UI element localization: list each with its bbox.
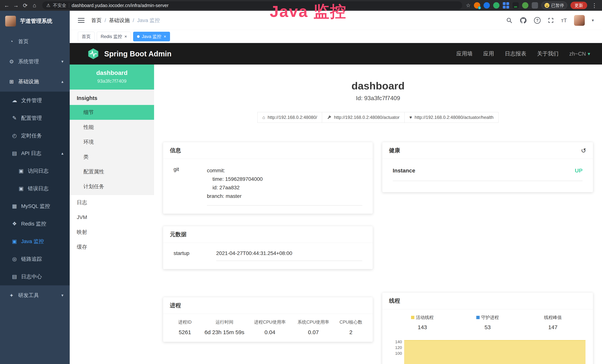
sidebar-item-java-monitor[interactable]: ▣ Java 监控 <box>0 233 70 250</box>
startup-label: startup <box>173 250 216 261</box>
home-icon[interactable]: ⌂ <box>30 2 39 9</box>
tab-home[interactable]: 首页 <box>78 32 95 41</box>
sba-item-scheduled[interactable]: 计划任务 <box>70 179 154 194</box>
actuator-url-link[interactable]: http://192.168.0.2:48080/actuator <box>322 112 405 123</box>
sba-item-caches[interactable]: 缓存 <box>70 240 154 254</box>
sba-item-jvm[interactable]: JVM <box>70 210 154 225</box>
sidebar-item-log-center[interactable]: ▤ 日志中心 <box>0 268 70 285</box>
health-url-link[interactable]: ♥ http://192.168.0.2:48080/actuator/heal… <box>404 112 499 123</box>
sidebar-item-label: 错误日志 <box>28 185 49 192</box>
security-label: 不安全 <box>53 2 66 8</box>
extension-switch-on-icon[interactable]: on <box>512 2 519 9</box>
sidebar-item-redis-monitor[interactable]: ❖ Redis 监控 <box>0 215 70 233</box>
legend-label: 守护进程 <box>481 314 499 321</box>
health-card-body: Instance UP <box>382 159 593 192</box>
tab-label: 首页 <box>82 33 91 40</box>
back-icon[interactable]: ← <box>3 2 11 9</box>
extension-green-icon[interactable] <box>493 2 499 9</box>
threads-chart-plot <box>404 339 585 364</box>
history-icon[interactable]: ↺ <box>581 147 586 154</box>
extension-dark-icon[interactable] <box>532 2 538 9</box>
sidebar-item-scheduled-tasks[interactable]: ◴ 定时任务 <box>0 127 70 144</box>
startup-value: 2021-04-27T00:44:31.254+08:00 <box>216 250 362 261</box>
sba-app-header: dashboard 93a3fc7f7409 <box>70 64 154 90</box>
chrome-update-button[interactable]: 更新 <box>570 2 587 9</box>
reload-icon[interactable]: ⟳ <box>21 2 29 9</box>
address-bar[interactable]: ⚠ 不安全 dashboard.yudao.iocoder.cn/infra/a… <box>42 1 462 10</box>
avatar-caret-icon[interactable]: ▾ <box>592 18 594 23</box>
sidebar-item-home[interactable]: ◔ 首页 <box>0 32 70 52</box>
sba-language-select[interactable]: zh~CN ▾ <box>569 51 590 57</box>
extension-leaf-icon[interactable] <box>522 2 528 9</box>
user-avatar[interactable] <box>574 15 585 26</box>
infrastructure-icon: ⊞ <box>7 79 16 85</box>
breadcrumb-separator: / <box>133 17 134 23</box>
font-size-icon[interactable]: тT <box>561 17 567 23</box>
sidebar-item-config-management[interactable]: ✎ 配置管理 <box>0 109 70 127</box>
sba-app-name: dashboard <box>73 69 151 76</box>
bookmark-star-icon[interactable]: ☆ <box>466 2 471 9</box>
close-tab-icon[interactable]: × <box>163 34 166 39</box>
sidebar-item-infrastructure[interactable]: ⊞ 基础设施 ▴ <box>0 72 70 92</box>
sba-nav: 应用墙 应用 日志报表 关于我们 zh~CN ▾ <box>456 50 590 57</box>
sba-item-metrics[interactable]: 性能 <box>70 120 154 135</box>
metadata-card-body: startup 2021-04-27T00:44:31.254+08:00 <box>163 243 373 269</box>
tab-redis-monitor[interactable]: Redis 监控 × <box>97 32 131 41</box>
service-url-link[interactable]: ⌂ http://192.168.0.2:48080/ <box>257 112 322 123</box>
col-label: 进程CPU使用率 <box>249 319 290 325</box>
forward-icon[interactable]: → <box>12 2 20 9</box>
sba-item-mappings[interactable]: 映射 <box>70 225 154 240</box>
sba-nav-journal[interactable]: 日志报表 <box>505 50 526 57</box>
sidebar-item-api-logs[interactable]: ▤ API 日志 ▴ <box>0 144 70 162</box>
help-icon[interactable]: ? <box>534 17 541 24</box>
admin-logo[interactable]: 芋道管理系统 <box>0 11 70 32</box>
admin-sidebar: 芋道管理系统 ◔ 首页 ⚙ 系统管理 ▾ ⊞ 基础设施 ▴ ☁ <box>0 11 70 364</box>
breadcrumb: 首页 / 基础设施 / Java 监控 <box>91 17 160 24</box>
home-icon: ⌂ <box>262 115 265 120</box>
legend-value: 53 <box>455 324 520 331</box>
sba-item-classes[interactable]: 类 <box>70 150 154 164</box>
search-icon[interactable] <box>506 17 512 23</box>
sidebar-item-system-management[interactable]: ⚙ 系统管理 ▾ <box>0 52 70 72</box>
breadcrumb-section[interactable]: 基础设施 <box>109 17 130 24</box>
chevron-up-icon: ▴ <box>61 151 64 156</box>
extension-blue-drop-icon[interactable] <box>484 2 490 9</box>
github-icon[interactable] <box>519 17 527 24</box>
sidebar-item-error-logs[interactable]: ▣ 错误日志 <box>0 180 70 197</box>
sidebar-item-mysql-monitor[interactable]: ▦ MySQL 监控 <box>0 197 70 215</box>
paused-profile-badge[interactable]: 已暂停 <box>541 2 567 9</box>
sba-nav-about[interactable]: 关于我们 <box>537 50 559 57</box>
extension-badge: 1 <box>478 6 481 9</box>
fullscreen-icon[interactable] <box>548 17 554 23</box>
sba-nav-wallboard[interactable]: 应用墙 <box>456 50 473 57</box>
sidebar-item-file-management[interactable]: ☁ 文件管理 <box>0 92 70 109</box>
instance-id: Id: 93a3fc7f7409 <box>163 95 593 102</box>
tab-java-monitor[interactable]: Java 监控 × <box>133 32 170 41</box>
hamburger-icon[interactable] <box>78 18 85 23</box>
devtools-icon: ✦ <box>7 292 16 299</box>
health-card-title: 健康 <box>389 147 400 154</box>
sidebar-item-devtools[interactable]: ✦ 研发工具 ▾ <box>0 285 70 305</box>
sba-item-config-props[interactable]: 配置属性 <box>70 164 154 179</box>
link-label: http://192.168.0.2:48080/ <box>268 115 317 120</box>
sba-item-environment[interactable]: 环境 <box>70 135 154 150</box>
annotation-java-monitor: Java 监控 <box>270 1 347 22</box>
sba-item-logs[interactable]: 日志 <box>70 195 154 210</box>
extension-grid-icon[interactable] <box>503 2 509 9</box>
sba-brand[interactable]: Spring Boot Admin <box>87 48 172 60</box>
sidebar-item-label: API 日志 <box>21 150 41 157</box>
col-label: 系统CPU使用率 <box>293 319 334 325</box>
sidebar-item-access-logs[interactable]: ▣ 访问日志 <box>0 162 70 180</box>
sba-item-details[interactable]: 细节 <box>70 105 154 120</box>
close-tab-icon[interactable]: × <box>124 34 127 39</box>
git-id-line: id: 27aa832 <box>207 183 362 192</box>
topbar-actions: ? тT ▾ <box>506 15 594 26</box>
sidebar-item-label: 日志中心 <box>21 273 42 280</box>
sba-nav-applications[interactable]: 应用 <box>483 50 494 57</box>
breadcrumb-home[interactable]: 首页 <box>91 17 102 24</box>
browser-menu-icon[interactable]: ⋮ <box>591 2 598 9</box>
access-log-icon: ▣ <box>17 168 25 174</box>
sidebar-item-trace[interactable]: ◎ 链路追踪 <box>0 250 70 268</box>
extension-orange-icon[interactable]: 1 <box>474 2 480 9</box>
threads-card-body: 活动线程 143 守护进程 53 <box>382 309 593 364</box>
